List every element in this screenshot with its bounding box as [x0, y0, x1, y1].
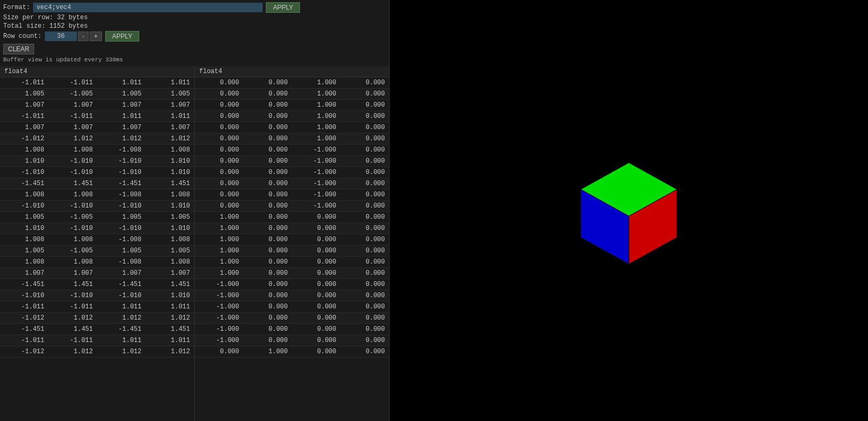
- table-cell: 1.010: [146, 167, 194, 178]
- table-row: 1.0000.0000.0000.000: [195, 245, 389, 257]
- table-cell: 1.000: [292, 89, 341, 100]
- table-cell: -1.010: [49, 167, 97, 178]
- table-cell: 1.005: [0, 212, 49, 223]
- table-cell: 0.000: [341, 89, 389, 100]
- table-cell: 0.000: [243, 324, 292, 335]
- table-cell: 0.000: [292, 245, 341, 257]
- table-cell: 1.000: [292, 100, 341, 111]
- table-row: -1.010-1.010-1.0101.010: [0, 290, 194, 301]
- apply-button-row[interactable]: APPLY: [105, 31, 139, 42]
- table-cell: 0.000: [243, 290, 292, 301]
- table-row: -1.0000.0000.0000.000: [195, 313, 389, 324]
- table-cell: 0.000: [341, 290, 389, 301]
- table-row: -1.0000.0000.0000.000: [195, 279, 389, 290]
- table-cell: 0.000: [341, 178, 389, 189]
- right-panel: [390, 0, 868, 421]
- table-cell: 1.000: [292, 122, 341, 133]
- table-cell: 1.012: [146, 346, 194, 358]
- table-cell: 0.000: [292, 268, 341, 279]
- apply-button-format[interactable]: APPLY: [266, 2, 300, 13]
- left-table: float4 -1.011-1.0111.0111.0111.005-1.005…: [0, 66, 194, 421]
- table-cell: -1.451: [97, 279, 146, 290]
- table-cell: 1.007: [0, 100, 49, 111]
- table-row: -1.0121.0121.0121.012: [0, 133, 194, 145]
- format-input[interactable]: [33, 3, 263, 12]
- table-cell: 0.000: [195, 201, 243, 212]
- table-cell: 0.000: [292, 301, 341, 313]
- table-cell: -1.010: [97, 223, 146, 234]
- table-cell: 1.008: [146, 145, 194, 156]
- table-cell: -1.010: [97, 156, 146, 167]
- table-cell: 0.000: [292, 234, 341, 245]
- table-cell: -1.451: [97, 178, 146, 189]
- table-cell: 0.000: [292, 346, 341, 358]
- table-cell: 0.000: [243, 145, 292, 156]
- table-cell: -1.011: [49, 111, 97, 122]
- table-cell: 1.451: [146, 324, 194, 335]
- table-cell: 1.011: [97, 301, 146, 313]
- table-cell: 1.010: [0, 156, 49, 167]
- table-cell: 1.008: [146, 234, 194, 245]
- clear-button[interactable]: CLEAR: [3, 44, 34, 54]
- table-cell: 1.012: [97, 133, 146, 145]
- table-cell: 1.000: [243, 346, 292, 358]
- table-cell: -1.000: [292, 167, 341, 178]
- table-cell: 0.000: [195, 145, 243, 156]
- table-row: 1.0071.0071.0071.007: [0, 100, 194, 111]
- table-cell: 1.451: [146, 178, 194, 189]
- table-cell: -1.005: [49, 212, 97, 223]
- table-row: -1.0121.0121.0121.012: [0, 313, 194, 324]
- table-cell: 0.000: [243, 189, 292, 201]
- table-cell: 0.000: [243, 335, 292, 346]
- table-row: 1.005-1.0051.0051.005: [0, 89, 194, 100]
- table-cell: 1.007: [49, 122, 97, 133]
- table-cell: -1.008: [97, 234, 146, 245]
- table-cell: 1.012: [49, 313, 97, 324]
- table-row: 1.010-1.010-1.0101.010: [0, 156, 194, 167]
- table-cell: -1.451: [0, 324, 49, 335]
- table-cell: -1.010: [97, 167, 146, 178]
- table-cell: 0.000: [243, 201, 292, 212]
- table-cell: 1.011: [146, 301, 194, 313]
- table-cell: 1.000: [195, 223, 243, 234]
- table-cell: 1.451: [49, 324, 97, 335]
- table-cell: -1.000: [292, 201, 341, 212]
- table-cell: 0.000: [195, 189, 243, 201]
- table-row: -1.4511.451-1.4511.451: [0, 324, 194, 335]
- table-cell: 0.000: [195, 100, 243, 111]
- table-row: 1.005-1.0051.0051.005: [0, 245, 194, 257]
- table-cell: -1.010: [49, 201, 97, 212]
- table-row: 0.0000.0001.0000.000: [195, 100, 389, 111]
- cube-svg: [559, 141, 698, 280]
- table-row: 0.0000.000-1.0000.000: [195, 145, 389, 156]
- table-cell: 0.000: [292, 279, 341, 290]
- table-row: 1.0081.008-1.0081.008: [0, 257, 194, 268]
- table-cell: -1.000: [292, 189, 341, 201]
- table-row: 1.0071.0071.0071.007: [0, 268, 194, 279]
- table-row: 1.0000.0000.0000.000: [195, 212, 389, 223]
- table-cell: 1.000: [292, 133, 341, 145]
- table-cell: 0.000: [243, 234, 292, 245]
- table-cell: -1.011: [0, 77, 49, 89]
- table-cell: -1.451: [0, 279, 49, 290]
- increment-button[interactable]: +: [90, 31, 102, 41]
- table-cell: 1.012: [97, 313, 146, 324]
- table-cell: 1.011: [97, 77, 146, 89]
- table-cell: -1.451: [97, 324, 146, 335]
- decrement-button[interactable]: -: [78, 31, 89, 41]
- table-row: 1.0071.0071.0071.007: [0, 122, 194, 133]
- table-cell: 1.005: [97, 89, 146, 100]
- table-cell: 1.005: [146, 212, 194, 223]
- row-count-input[interactable]: [45, 31, 77, 41]
- size-per-row: Size per row: 32 bytes: [3, 14, 88, 21]
- table-cell: -1.000: [292, 156, 341, 167]
- table-cell: 1.008: [0, 189, 49, 201]
- table-cell: 1.012: [49, 133, 97, 145]
- table-cell: 0.000: [243, 167, 292, 178]
- table-cell: 1.008: [146, 189, 194, 201]
- table-cell: 1.000: [195, 257, 243, 268]
- table-row: 0.0000.000-1.0000.000: [195, 167, 389, 178]
- table-cell: -1.010: [97, 201, 146, 212]
- table-row: 0.0000.000-1.0000.000: [195, 156, 389, 167]
- table-cell: -1.012: [0, 346, 49, 358]
